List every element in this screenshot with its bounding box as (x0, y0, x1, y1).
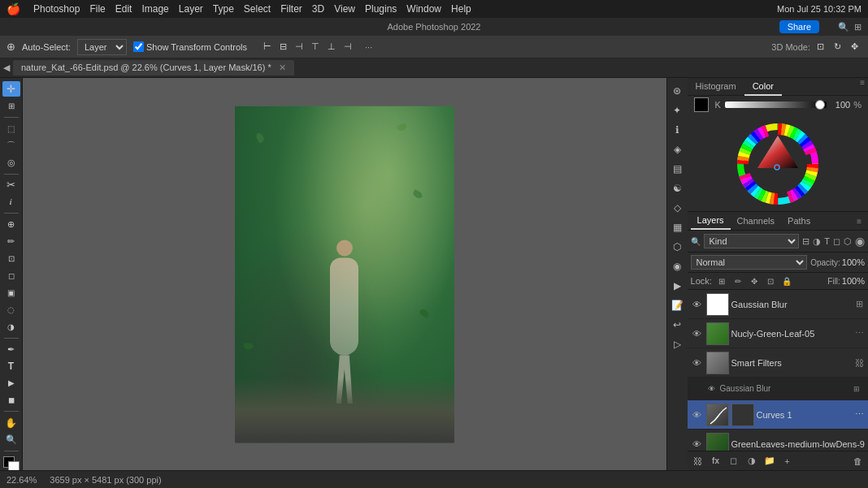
fill-value[interactable]: 100% (842, 276, 865, 286)
menu-help[interactable]: Help (451, 3, 471, 15)
background-color[interactable] (8, 461, 20, 470)
marquee-tool[interactable]: ⬚ (2, 121, 20, 136)
3d-pan-btn[interactable]: ✥ (848, 40, 861, 54)
shape-tool[interactable]: ◼ (2, 392, 20, 408)
layers-panel-collapse[interactable]: ≡ (853, 217, 865, 226)
filter-shape-btn[interactable]: ◻ (833, 236, 840, 247)
color-boxes[interactable] (3, 456, 20, 470)
show-transform-checkbox[interactable] (133, 41, 144, 52)
arrange-icon[interactable]: ⊞ (854, 22, 861, 32)
navigator-icon[interactable]: ⊛ (669, 83, 685, 99)
eraser-tool[interactable]: ◻ (2, 268, 20, 283)
timeline-icon[interactable]: ▶ (669, 278, 685, 294)
layer-mask-curves-1[interactable] (731, 404, 754, 426)
3d-mode-btn[interactable]: ⊡ (814, 40, 827, 54)
layer-item-gaussian-blur-sub[interactable]: 👁 Gaussian Blur ⊞ (688, 378, 868, 400)
kind-filter-select[interactable]: Kind Name Effect Mode Attribute Color Sm… (704, 234, 800, 248)
eyedropper-tool[interactable]: 𝒊 (2, 194, 20, 209)
layer-link-smart[interactable]: ⛓ (853, 358, 865, 368)
k-slider-thumb[interactable] (815, 100, 825, 110)
align-center-v-btn[interactable]: ⊥ (324, 40, 339, 54)
actions-icon[interactable]: ▷ (669, 336, 685, 352)
align-top-btn[interactable]: ⊤ (308, 40, 323, 54)
history-icon[interactable]: ↩ (669, 317, 685, 333)
layer-visibility-curves-1[interactable]: 👁 (691, 408, 704, 421)
color-panel-collapse[interactable]: ≡ (857, 78, 868, 95)
clone-tool[interactable]: ⊡ (2, 251, 20, 266)
align-right-btn[interactable]: ⊣ (292, 40, 306, 54)
color-panel-icon[interactable]: ◈ (669, 141, 685, 158)
share-button[interactable]: Share (779, 20, 819, 33)
menu-photoshop[interactable]: Photoshop (33, 3, 80, 15)
blend-mode-select[interactable]: Normal Dissolve Multiply Screen Overlay … (691, 255, 808, 270)
layer-item-gaussian-blur-top[interactable]: 👁 Gaussian Blur ⊞ (688, 290, 868, 319)
opacity-value[interactable]: 100% (842, 257, 865, 267)
menu-plugins[interactable]: Plugins (365, 3, 397, 15)
lock-transparent-btn[interactable]: ⊞ (715, 274, 728, 287)
show-transform-controls-label[interactable]: Show Transform Controls (133, 41, 247, 52)
canvas-area[interactable] (23, 78, 666, 470)
tab-layers[interactable]: Layers (691, 212, 731, 230)
3d-orbit-btn[interactable]: ↻ (831, 40, 844, 54)
layer-icon[interactable]: ▦ (669, 219, 685, 235)
tab-paths[interactable]: Paths (781, 213, 817, 229)
dodge-tool[interactable]: ◑ (2, 319, 20, 335)
layer-visibility-greenleaves[interactable]: 👁 (691, 438, 704, 451)
menu-file[interactable]: File (89, 3, 105, 15)
layer-visibility-gaussian-blur-sub[interactable]: 👁 (707, 382, 717, 395)
pen-tool[interactable]: ✒ (2, 342, 20, 357)
menu-3d[interactable]: 3D (312, 3, 324, 15)
filter-text-btn[interactable]: T (824, 236, 830, 246)
healing-tool[interactable]: ⊕ (2, 217, 20, 232)
add-mask-btn[interactable]: ◻ (727, 454, 741, 469)
layer-fx-btn[interactable]: fx (709, 454, 723, 469)
prev-document-icon[interactable]: ◀ (3, 63, 10, 73)
filter-smart-btn[interactable]: ⬡ (844, 236, 852, 247)
artboard-tool[interactable]: ⊞ (2, 98, 20, 114)
info-icon[interactable]: ℹ (669, 122, 685, 138)
file-tab[interactable]: nature_Kat_-66-Edit.psd @ 22.6% (Curves … (13, 60, 294, 76)
styles-icon[interactable]: ◇ (669, 200, 685, 216)
layer-visibility-nucly-green-leaf[interactable]: 👁 (691, 327, 704, 340)
swatches-icon[interactable]: ▤ (669, 161, 685, 177)
close-tab-icon[interactable]: ✕ (279, 63, 286, 72)
layer-item-greenleaves[interactable]: 👁 GreenLeaves-medium-lowDens-9 (688, 430, 868, 451)
gradient-tool[interactable]: ▣ (2, 285, 20, 300)
apple-menu[interactable]: 🍎 (7, 2, 20, 15)
filter-toggle-btn[interactable]: ◉ (855, 235, 865, 248)
layer-visibility-smart-filters[interactable]: 👁 (691, 356, 704, 369)
layer-item-smart-filters[interactable]: 👁 Smart Filters ⛓ (688, 348, 868, 378)
tab-histogram[interactable]: Histogram (688, 78, 744, 95)
k-slider[interactable] (725, 101, 827, 108)
auto-select-dropdown[interactable]: Layer Group (77, 39, 127, 55)
lock-image-btn[interactable]: ✏ (731, 274, 744, 287)
menu-view[interactable]: View (334, 3, 355, 15)
align-bottom-btn[interactable]: ⊣ (341, 40, 355, 54)
brush-tool[interactable]: ✏ (2, 234, 20, 249)
new-layer-btn[interactable]: + (780, 454, 795, 469)
color-wheel[interactable] (737, 123, 818, 205)
adjustments-icon[interactable]: ☯ (669, 180, 685, 196)
hand-tool[interactable]: ✋ (2, 415, 20, 430)
quick-select-tool[interactable]: ◎ (2, 155, 20, 171)
text-tool[interactable]: T (2, 359, 20, 374)
tab-channels[interactable]: Channels (731, 213, 781, 229)
color-swatch-small[interactable] (694, 97, 709, 112)
menu-image[interactable]: Image (141, 3, 168, 15)
lock-position-btn[interactable]: ✥ (748, 274, 761, 287)
layer-options-gaussian-blur-top[interactable]: ⊞ (853, 299, 865, 309)
layer-options-curves-1[interactable]: ⋯ (853, 409, 865, 420)
zoom-tool[interactable]: 🔍 (2, 432, 20, 447)
create-group-btn[interactable]: 📁 (762, 454, 777, 469)
menu-filter[interactable]: Filter (280, 3, 302, 15)
crop-tool[interactable]: ✂ (2, 177, 20, 192)
lasso-tool[interactable]: ⌒ (2, 138, 20, 153)
notes-icon[interactable]: 📝 (669, 297, 685, 313)
menu-layer[interactable]: Layer (179, 3, 203, 15)
more-options-btn[interactable]: ··· (365, 42, 372, 52)
brush-presets-icon[interactable]: ◉ (669, 258, 685, 274)
foreground-swatch[interactable] (694, 97, 709, 112)
path-select-tool[interactable]: ▶ (2, 375, 20, 391)
link-layers-btn[interactable]: ⛓ (691, 454, 705, 469)
menu-edit[interactable]: Edit (115, 3, 132, 15)
